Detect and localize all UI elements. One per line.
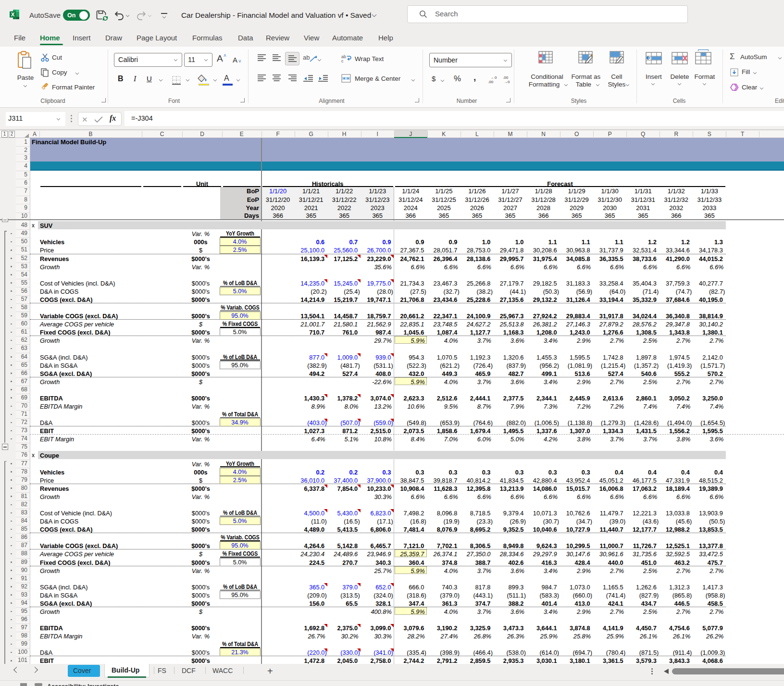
svg-text:→0: →0 bbox=[504, 80, 510, 84]
svg-text:.00: .00 bbox=[503, 75, 509, 80]
svg-text:←0: ←0 bbox=[491, 75, 497, 80]
svg-text:c: c bbox=[341, 59, 344, 63]
svg-text:.00: .00 bbox=[488, 80, 494, 84]
svg-text:X: X bbox=[11, 12, 15, 17]
